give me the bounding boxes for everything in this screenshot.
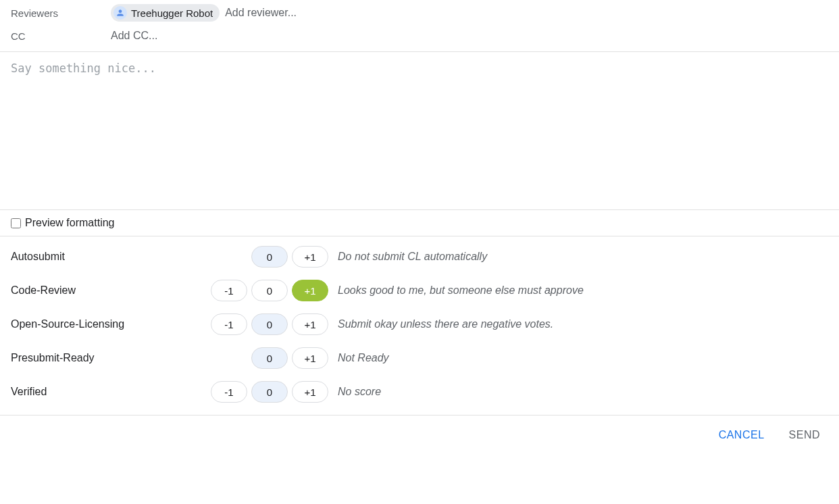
preview-formatting-checkbox[interactable] [11, 218, 21, 228]
vote-button[interactable]: +1 [292, 347, 328, 369]
reviewer-chip-name: Treehugger Robot [131, 7, 213, 19]
vote-button[interactable]: -1 [211, 313, 247, 335]
label-name: Presubmit-Ready [11, 352, 186, 364]
preview-formatting-row: Preview formatting [0, 209, 839, 236]
vote-button[interactable]: -1 [211, 381, 247, 403]
add-reviewer-input[interactable]: Add reviewer... [225, 7, 297, 19]
label-name: Open-Source-Licensing [11, 318, 186, 330]
vote-labels-section: Autosubmit0+1Do not submit CL automatica… [0, 236, 839, 415]
actions-row: CANCEL SEND [0, 415, 839, 455]
vote-buttons: -10+1 [186, 381, 328, 403]
reviewers-row: Reviewers Treehugger Robot Add reviewer.… [0, 0, 839, 26]
label-name: Verified [11, 386, 186, 398]
label-description: No score [338, 386, 381, 398]
vote-button[interactable]: 0 [251, 381, 288, 403]
label-name: Code-Review [11, 284, 186, 297]
vote-button[interactable]: 0 [251, 246, 288, 268]
vote-button[interactable]: 0 [251, 280, 288, 301]
vote-button[interactable]: 0 [251, 347, 288, 369]
vote-button[interactable]: -1 [211, 280, 247, 301]
label-description: Looks good to me, but someone else must … [338, 284, 584, 297]
send-button[interactable]: SEND [786, 425, 823, 445]
vote-button[interactable]: +1 [292, 280, 328, 301]
preview-formatting-label[interactable]: Preview formatting [25, 217, 115, 229]
vote-buttons: -10+1 [186, 313, 328, 335]
vote-button[interactable]: +1 [292, 246, 328, 268]
label-row: Presubmit-Ready0+1Not Ready [11, 347, 828, 369]
vote-buttons: 0+1 [186, 347, 328, 369]
reviewers-label: Reviewers [11, 7, 111, 19]
vote-button[interactable]: +1 [292, 313, 328, 335]
label-row: Open-Source-Licensing-10+1Submit okay un… [11, 313, 828, 335]
cancel-button[interactable]: CANCEL [716, 425, 767, 445]
label-description: Not Ready [338, 352, 389, 364]
label-description: Submit okay unless there are negative vo… [338, 318, 553, 330]
label-description: Do not submit CL automatically [338, 251, 487, 263]
reviewer-chip[interactable]: Treehugger Robot [111, 4, 220, 22]
cc-label: CC [11, 30, 111, 42]
cc-row: CC Add CC... [0, 26, 839, 46]
vote-buttons: 0+1 [186, 246, 328, 268]
label-name: Autosubmit [11, 251, 186, 263]
add-cc-input[interactable]: Add CC... [111, 30, 157, 42]
label-row: Verified-10+1No score [11, 381, 828, 403]
vote-buttons: -10+1 [186, 280, 328, 301]
vote-button[interactable]: 0 [251, 313, 288, 335]
label-row: Code-Review-10+1Looks good to me, but so… [11, 280, 828, 301]
comment-textarea[interactable] [0, 52, 839, 207]
person-icon [113, 6, 127, 20]
vote-button[interactable]: +1 [292, 381, 328, 403]
label-row: Autosubmit0+1Do not submit CL automatica… [11, 246, 828, 268]
